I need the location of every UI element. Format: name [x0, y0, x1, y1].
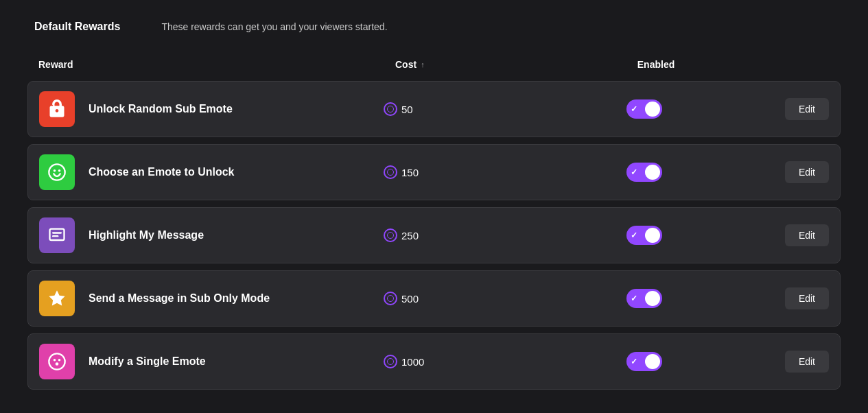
page-container: Default Rewards These rewards can get yo…	[0, 0, 868, 413]
cost-cell-5: 1000	[384, 355, 576, 368]
edit-button-1[interactable]: Edit	[785, 98, 829, 120]
reward-name-4: Send a Message in Sub Only Mode	[89, 292, 384, 305]
col-header-reward: Reward	[38, 59, 395, 70]
toggle-knob-3	[645, 228, 660, 243]
toggle-track-1: ✓	[626, 99, 662, 119]
toggle-check-3: ✓	[631, 231, 637, 240]
cost-icon-4	[384, 292, 397, 305]
edit-button-5[interactable]: Edit	[785, 351, 829, 373]
col-header-enabled: Enabled	[587, 59, 725, 70]
svg-point-8	[58, 359, 61, 362]
toggle-track-3: ✓	[626, 226, 662, 245]
cost-value-4: 500	[401, 293, 419, 305]
cost-icon-1	[384, 102, 397, 116]
toggle-track-4: ✓	[626, 289, 662, 308]
header-title: Default Rewards	[34, 21, 120, 33]
header-description: These rewards can get you and your viewe…	[161, 21, 387, 32]
svg-point-2	[58, 169, 61, 172]
cost-value-3: 250	[401, 230, 419, 241]
toggle-check-4: ✓	[631, 294, 637, 303]
reward-icon-emote	[39, 154, 75, 190]
message-icon	[47, 226, 67, 245]
cost-value-1: 50	[401, 104, 413, 115]
toggle-knob-5	[645, 354, 660, 369]
svg-point-7	[54, 359, 56, 362]
toggle-check-1: ✓	[631, 104, 637, 114]
table-row: Modify a Single Emote 1000 ✓ Edit	[27, 333, 841, 390]
toggle-track-5: ✓	[626, 352, 662, 371]
action-cell-5: Edit	[713, 351, 829, 373]
header: Default Rewards These rewards can get yo…	[27, 21, 841, 33]
cost-value-2: 150	[401, 167, 419, 178]
table-row: Highlight My Message 250 ✓ Edit	[27, 207, 841, 263]
svg-rect-3	[50, 229, 64, 240]
toggle-track-2: ✓	[626, 163, 662, 182]
reward-name-1: Unlock Random Sub Emote	[89, 103, 384, 115]
svg-point-6	[49, 353, 64, 369]
action-cell-3: Edit	[713, 224, 829, 246]
toggle-check-2: ✓	[631, 167, 637, 177]
edit-button-4[interactable]: Edit	[785, 287, 829, 309]
table-row: Unlock Random Sub Emote 50 ✓ Edit	[27, 81, 841, 137]
reward-icon-message	[39, 217, 75, 253]
cost-value-5: 1000	[401, 356, 424, 368]
emote2-icon	[47, 352, 67, 371]
enabled-cell-1: ✓	[576, 99, 713, 119]
cost-cell-4: 500	[384, 292, 576, 305]
star-icon	[47, 289, 67, 308]
reward-icon-emote2	[39, 344, 75, 379]
cost-cell-3: 250	[384, 228, 576, 242]
lock-icon	[47, 99, 67, 119]
toggle-2[interactable]: ✓	[626, 163, 662, 182]
svg-point-1	[54, 169, 56, 172]
col-header-cost: Cost ↑	[395, 59, 587, 70]
emote-icon	[47, 163, 67, 182]
enabled-cell-2: ✓	[576, 163, 713, 182]
toggle-knob-1	[645, 102, 660, 117]
action-cell-2: Edit	[713, 161, 829, 183]
toggle-check-5: ✓	[631, 357, 637, 366]
cost-cell-2: 150	[384, 165, 576, 179]
enabled-cell-3: ✓	[576, 226, 713, 245]
enabled-cell-4: ✓	[576, 289, 713, 308]
cost-icon-5	[384, 355, 397, 368]
toggle-3[interactable]: ✓	[626, 226, 662, 245]
reward-name-3: Highlight My Message	[89, 229, 384, 241]
cost-cell-1: 50	[384, 102, 576, 116]
reward-name-5: Modify a Single Emote	[89, 355, 384, 368]
action-cell-4: Edit	[713, 287, 829, 309]
svg-point-9	[56, 362, 59, 366]
sort-arrow-icon[interactable]: ↑	[421, 60, 425, 69]
reward-icon-lock	[39, 91, 75, 127]
toggle-knob-4	[645, 291, 660, 306]
toggle-knob-2	[645, 165, 660, 180]
reward-icon-star	[39, 281, 75, 316]
cost-icon-2	[384, 165, 397, 179]
enabled-cell-5: ✓	[576, 352, 713, 371]
action-cell-1: Edit	[713, 98, 829, 120]
table-header: Reward Cost ↑ Enabled	[27, 54, 841, 75]
reward-name-2: Choose an Emote to Unlock	[89, 166, 384, 178]
table-row: Send a Message in Sub Only Mode 500 ✓ Ed…	[27, 270, 841, 327]
table-row: Choose an Emote to Unlock 150 ✓ Edit	[27, 144, 841, 200]
toggle-5[interactable]: ✓	[626, 352, 662, 371]
toggle-1[interactable]: ✓	[626, 99, 662, 119]
cost-icon-3	[384, 228, 397, 242]
svg-point-0	[49, 164, 64, 180]
toggle-4[interactable]: ✓	[626, 289, 662, 308]
edit-button-3[interactable]: Edit	[785, 224, 829, 246]
edit-button-2[interactable]: Edit	[785, 161, 829, 183]
